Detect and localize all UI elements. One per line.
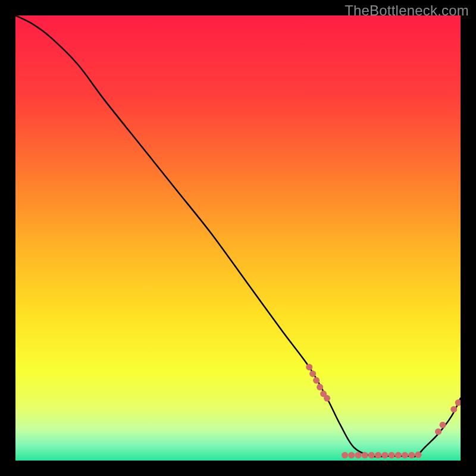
data-marker — [313, 377, 320, 384]
data-marker — [317, 384, 323, 390]
data-marker — [415, 452, 421, 458]
data-marker — [309, 371, 316, 377]
data-marker — [375, 452, 381, 459]
data-marker — [389, 452, 395, 459]
data-marker — [408, 452, 415, 459]
data-marker — [324, 395, 330, 402]
data-marker — [381, 452, 388, 459]
data-marker — [395, 452, 402, 459]
gradient-background — [15, 15, 461, 461]
data-marker — [306, 364, 312, 370]
data-marker — [348, 452, 355, 459]
data-marker — [362, 452, 368, 459]
data-marker — [450, 406, 457, 412]
data-marker — [342, 452, 348, 459]
data-marker — [355, 452, 361, 459]
watermark-text: TheBottleneck.com — [345, 2, 469, 19]
data-marker — [402, 452, 408, 459]
data-marker — [435, 428, 441, 435]
chart-stage: TheBottleneck.com — [0, 0, 476, 476]
bottleneck-chart — [15, 15, 461, 461]
data-marker — [368, 452, 375, 459]
data-marker — [440, 422, 446, 428]
